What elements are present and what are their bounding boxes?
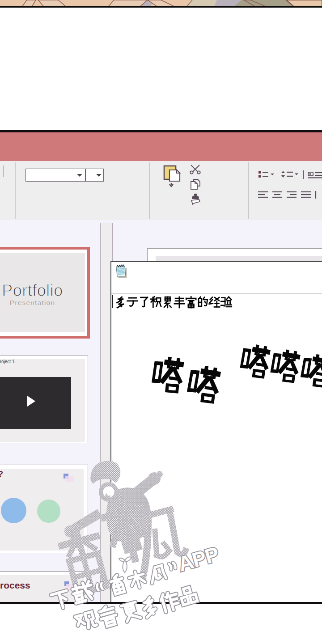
svg-text:APP: APP	[175, 542, 221, 576]
